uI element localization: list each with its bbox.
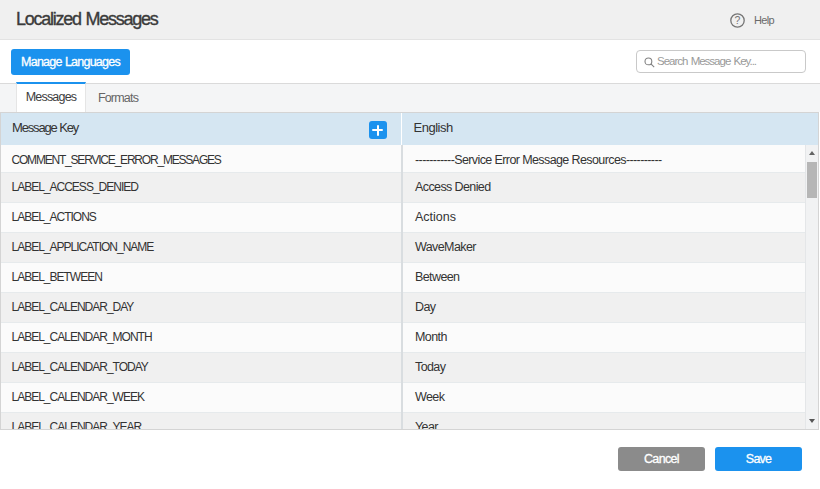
svg-text:?: ? [735, 14, 741, 26]
